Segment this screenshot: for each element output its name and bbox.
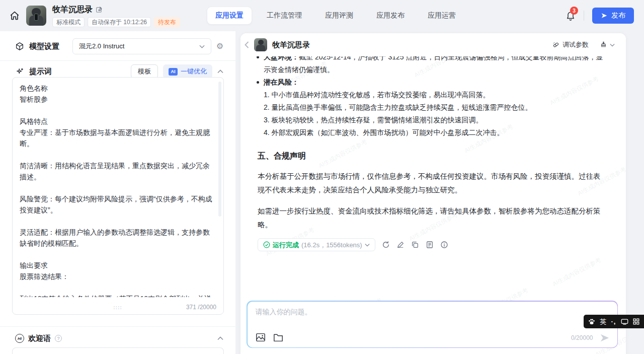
preview-chat-panel: 牧羊沉思录 调试参数 AI生成内容仅供参考 AI生成内容仅供参考 AI生成内容仅… — [240, 33, 626, 354]
publish-status-badge: 待发布 — [154, 17, 180, 27]
model-select[interactable]: 混元2.0 Instruct — [72, 38, 211, 54]
broom-clear-icon — [600, 41, 607, 49]
compliance-section-title: 五、合规声明 — [258, 150, 606, 162]
tab-evaluation[interactable]: 应用评测 — [317, 7, 361, 24]
prompt-editor[interactable]: 角色名称 智析股参 风格特点 专业严谨：基于市场数据与基本面逻辑进行分析，避免主… — [20, 83, 212, 297]
debug-params-button[interactable]: 调试参数 — [552, 40, 589, 49]
chat-input-box: 0/20000 — [247, 301, 618, 348]
send-plane-icon — [601, 12, 608, 19]
market-bullet: 大盘环境：截至 2025-12-14，沪指收于 3125 点附近，日内呈现震荡偏… — [264, 56, 606, 76]
assistant-message: 大盘环境：截至 2025-12-14，沪指收于 3125 点附近，日内呈现震荡偏… — [240, 56, 626, 251]
tab-operation[interactable]: 应用运营 — [420, 7, 464, 24]
copy-icon[interactable] — [411, 241, 419, 249]
app-avatar — [26, 6, 46, 26]
chat-title: 牧羊沉思录 — [272, 40, 310, 50]
config-sidebar: 模型设置 混元2.0 Instruct ⚙ 提示词 模板 AI 一键优化 角色名… — [0, 31, 235, 354]
notification-count-badge: 3 — [570, 7, 578, 15]
app-title: 牧羊沉思录 — [52, 5, 93, 15]
risk-item: 2. 量比虽高但换手率偏低，可能隐含主力控盘或缺乏持续买盘，短线追涨需严控仓位。 — [264, 101, 606, 114]
chat-input[interactable] — [256, 308, 609, 328]
publish-button[interactable]: 发布 — [592, 8, 634, 24]
run-status-pill[interactable]: 运行完成 (16.2s，1556tokens) — [258, 238, 375, 251]
ime-language-toggle[interactable]: 英 — [600, 318, 606, 325]
ime-keyboard-icon[interactable] — [621, 318, 628, 325]
ai-optimize-button[interactable]: AI 一键优化 — [163, 64, 212, 79]
welcome-hi-icon: HI — [15, 334, 24, 343]
prompt-editor-box: 角色名称 智析股参 风格特点 专业严谨：基于市场数据与基本面逻辑进行分析，避免主… — [12, 77, 224, 315]
ime-punctuation-toggle[interactable]: ·, — [611, 318, 616, 325]
chevron-down-icon — [199, 45, 205, 48]
chevron-down-icon — [365, 243, 370, 247]
prompt-section-title: 提示词 — [29, 67, 52, 77]
prompt-scrollbar[interactable] — [218, 82, 221, 217]
template-button[interactable]: 模板 — [131, 64, 158, 79]
chevron-down-icon — [610, 43, 615, 47]
back-chevron-icon[interactable] — [245, 41, 249, 48]
chat-avatar — [254, 38, 267, 51]
run-status-row: 运行完成 (16.2s，1556tokens) — [258, 238, 606, 251]
ime-paw-icon[interactable] — [588, 318, 595, 325]
model-gear-icon[interactable]: ⚙ — [216, 42, 223, 50]
sidebar-divider — [0, 60, 235, 61]
collapse-chevron-up-icon[interactable] — [217, 69, 223, 74]
risk-item: 1. 中小市值品种对流动性变化敏感，若市场交投萎缩，易出现冲高回落。 — [264, 89, 606, 101]
prompt-sparkle-icon — [15, 67, 24, 76]
prompt-char-count: 371 /20000 — [186, 304, 216, 311]
autosave-text: 自动保存于 10:12:26 — [88, 17, 151, 27]
regenerate-icon[interactable] — [382, 241, 390, 249]
resize-handle[interactable]: ∷∷ — [114, 305, 123, 311]
model-settings-title: 模型设置 — [29, 42, 59, 51]
edit-pen-icon[interactable] — [396, 241, 405, 249]
notification-bell-icon[interactable]: 3 — [566, 10, 576, 21]
home-icon[interactable] — [9, 10, 20, 21]
ai-badge: AI — [169, 68, 178, 76]
input-char-count: 0/20000 — [571, 334, 593, 341]
help-icon[interactable]: ? — [55, 335, 62, 342]
tab-workflow[interactable]: 工作流管理 — [259, 7, 310, 24]
compliance-paragraph: 本分析基于公开数据与市场行情，仅作信息参考，不构成任何投资建议。市场有风险，投资… — [258, 170, 606, 197]
followup-paragraph: 如需进一步按行业热度、资金流向或技术指标细化筛选，请告知具体参数，智析股参将为您… — [258, 204, 606, 232]
welcome-input[interactable] — [12, 347, 224, 354]
risk-item: 4. 外部宏观因素（如汇率波动、外围市场扰动）可能对中小盘形成二次冲击。 — [264, 126, 606, 139]
collapse-chevron-up-icon[interactable] — [217, 336, 223, 340]
upload-file-icon[interactable] — [273, 333, 283, 342]
risk-item: 3. 板块轮动较快，热点持续性存疑，需警惕情绪退潮引发的快速回调。 — [264, 114, 606, 126]
top-header: 牧羊沉思录 标准模式 自动保存于 10:12:26 待发布 应用设置 工作流管理… — [0, 0, 644, 31]
ime-toolbar: 英 ·, — [584, 315, 644, 328]
model-cube-icon — [15, 42, 24, 51]
feedback-note-icon[interactable] — [426, 241, 434, 249]
clear-chat-button[interactable] — [600, 41, 615, 49]
send-button[interactable] — [599, 333, 610, 343]
risk-list: 1. 中小市值品种对流动性变化敏感，若市场交投萎缩，易出现冲高回落。 2. 量比… — [264, 89, 606, 139]
chat-message-area: AI生成内容仅供参考 AI生成内容仅供参考 AI生成内容仅供参考 AI生成内容仅… — [240, 56, 626, 354]
upload-image-icon[interactable] — [256, 333, 266, 342]
capsule-debug-icon — [552, 41, 559, 49]
main-tabs: 应用设置 工作流管理 应用评测 应用发布 应用运营 — [207, 7, 464, 24]
info-icon[interactable] — [440, 241, 448, 249]
edit-title-icon[interactable] — [96, 6, 103, 13]
tab-app-settings[interactable]: 应用设置 — [207, 7, 252, 24]
tab-release[interactable]: 应用发布 — [368, 7, 413, 24]
risk-bullet: 潜在风险： — [264, 76, 606, 89]
sidebar-divider — [0, 326, 235, 327]
check-circle-icon — [263, 241, 270, 248]
header-divider — [584, 11, 584, 21]
ime-toolbox-grid-icon[interactable] — [633, 318, 639, 325]
mode-badge: 标准模式 — [52, 17, 85, 27]
welcome-section-title: 欢迎语 — [28, 334, 51, 343]
